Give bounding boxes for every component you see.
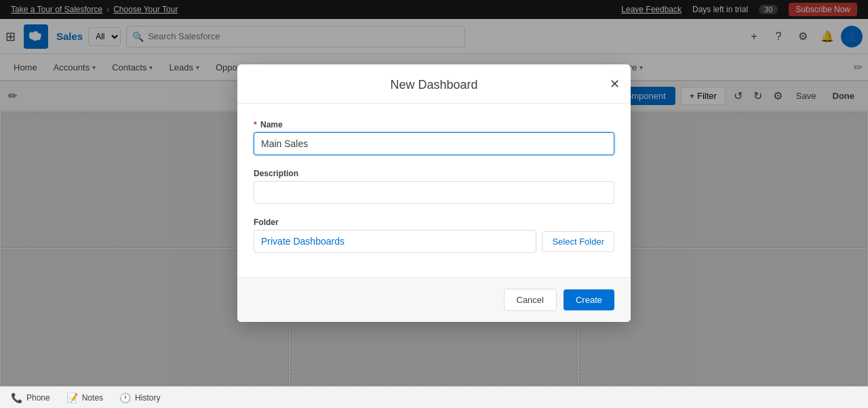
name-field-group: * Name <box>254 120 614 155</box>
modal-header: New Dashboard ✕ <box>237 64 631 104</box>
cancel-button[interactable]: Cancel <box>504 289 557 311</box>
folder-row: Select Folder <box>254 230 614 253</box>
name-label: * Name <box>254 120 614 129</box>
description-label: Description <box>254 169 614 178</box>
select-folder-button[interactable]: Select Folder <box>542 231 614 252</box>
modal-close-button[interactable]: ✕ <box>610 78 620 90</box>
folder-label: Folder <box>254 218 614 227</box>
new-dashboard-modal: New Dashboard ✕ * Name Description Folde… <box>237 64 631 322</box>
modal-footer: Cancel Create <box>237 277 631 322</box>
folder-field-group: Folder Select Folder <box>254 218 614 253</box>
create-button[interactable]: Create <box>564 289 614 310</box>
modal-backdrop: New Dashboard ✕ * Name Description Folde… <box>0 0 868 386</box>
modal-title: New Dashboard <box>390 78 477 92</box>
name-input[interactable] <box>254 132 614 155</box>
required-indicator: * <box>254 120 257 129</box>
modal-body: * Name Description Folder Select Folder <box>237 104 631 277</box>
description-field-group: Description <box>254 169 614 204</box>
folder-input[interactable] <box>254 230 536 253</box>
description-input[interactable] <box>254 181 614 204</box>
